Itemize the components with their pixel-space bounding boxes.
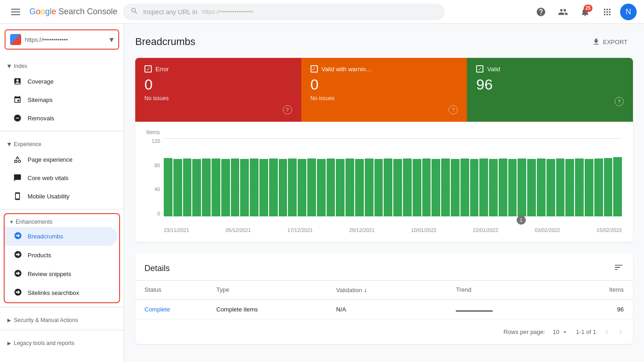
- sidebar-item-sitelinks-searchbox[interactable]: Sitelinks searchbox: [5, 283, 117, 302]
- chart-bar: [231, 158, 240, 216]
- chart-bar: [259, 159, 268, 216]
- chart-bar: [489, 159, 498, 216]
- next-page-button[interactable]: ›: [617, 325, 624, 339]
- chart-section: Items 120 80 40 0: [135, 122, 633, 242]
- pagination: Rows per page: 10 1-1 of 1 ‹ ›: [135, 320, 633, 344]
- sidebar-item-coverage[interactable]: Coverage: [0, 72, 120, 90]
- chart-bar: [613, 157, 622, 216]
- chart-bar: [451, 159, 460, 216]
- chart-bar: [594, 158, 603, 216]
- divider-1: [0, 131, 124, 131]
- products-icon: [14, 250, 22, 260]
- security-chevron-icon: ▸: [7, 316, 11, 324]
- help-button[interactable]: [532, 3, 550, 21]
- sidebar-item-page-experience[interactable]: Page experience: [0, 150, 120, 169]
- chart-bar: [183, 158, 192, 216]
- security-section: ▸ Security & Manual Actions: [0, 309, 124, 328]
- sidebar-item-page-experience-label: Page experience: [28, 156, 73, 163]
- sidebar-item-breadcrumbs[interactable]: Breadcrumbs: [5, 227, 117, 246]
- notification-badge: 25: [584, 5, 592, 12]
- export-button[interactable]: EXPORT: [586, 35, 633, 49]
- legacy-chevron-icon: ▸: [7, 339, 11, 347]
- chart-bar: [470, 159, 479, 216]
- filter-icon[interactable]: [614, 262, 624, 275]
- chart-bar: [288, 158, 297, 216]
- chart-marker-label: 1: [517, 215, 526, 225]
- search-placeholder-text: Inspect any URL in: [143, 8, 197, 16]
- trend-line-indicator: [456, 311, 493, 311]
- y-label-80: 80: [146, 163, 160, 168]
- warning-help-icon[interactable]: ?: [448, 105, 458, 114]
- chart-bar: [518, 158, 526, 216]
- y-label-40: 40: [146, 187, 160, 192]
- legacy-section-header[interactable]: ▸ Legacy tools and reports: [0, 334, 124, 349]
- chart-bar: [527, 159, 536, 216]
- chart-bar: [431, 159, 440, 216]
- index-section-header[interactable]: ▾ Index: [0, 57, 124, 72]
- sidebar-item-mobile-usability[interactable]: Mobile Usability: [0, 187, 120, 205]
- rows-per-page-selector[interactable]: 10: [552, 328, 568, 336]
- chart-bar: [422, 158, 431, 216]
- sidebar-item-mobile-usability-label: Mobile Usability: [28, 193, 69, 200]
- menu-icon[interactable]: [7, 5, 24, 19]
- valid-check-icon: [476, 65, 483, 73]
- sidebar-item-sitelinks-searchbox-label: Sitelinks searchbox: [28, 289, 79, 296]
- table-row: Complete Complete items N/A 96: [135, 300, 633, 320]
- app-logo[interactable]: Google Search Console: [29, 7, 117, 17]
- notifications-button[interactable]: 25: [576, 3, 594, 21]
- security-section-header[interactable]: ▸ Security & Manual Actions: [0, 311, 124, 326]
- search-bar[interactable]: Inspect any URL in https://•••••••••••••…: [123, 4, 445, 20]
- main-layout: https://•••••••••••• ▾ ▾ Index Coverage …: [0, 24, 644, 362]
- error-help-icon[interactable]: ?: [283, 105, 292, 114]
- rows-per-page-label: Rows per page:: [503, 328, 545, 335]
- col-header-items: Items: [576, 286, 624, 294]
- property-selector[interactable]: https://•••••••••••• ▾: [5, 29, 119, 50]
- valid-help-icon[interactable]: ?: [615, 97, 624, 106]
- enhancements-chevron-icon: ▾: [10, 219, 13, 225]
- sitelinks-searchbox-icon: [14, 288, 22, 298]
- sidebar: https://•••••••••••• ▾ ▾ Index Coverage …: [0, 24, 124, 362]
- sidebar-item-products[interactable]: Products: [5, 246, 117, 265]
- enhancements-section-header[interactable]: ▾ Enhancements: [5, 214, 119, 227]
- status-link[interactable]: Complete: [144, 306, 170, 313]
- col-header-type: Type: [216, 286, 336, 294]
- sidebar-item-review-snippets[interactable]: Review snippets: [5, 265, 117, 283]
- chart-bar: [403, 158, 412, 216]
- accounts-button[interactable]: [554, 3, 572, 21]
- mobile-usability-icon: [13, 192, 22, 201]
- warning-check-icon: [310, 65, 318, 73]
- status-card-error[interactable]: Error 0 No issues ?: [135, 58, 301, 122]
- row-items: 96: [576, 306, 624, 313]
- chart-bar: [355, 159, 364, 216]
- status-card-warning[interactable]: Valid with warnin… 0 No issues ?: [301, 58, 467, 122]
- sidebar-item-sitemaps[interactable]: Sitemaps: [0, 90, 120, 109]
- chart-bar: [202, 158, 211, 216]
- x-label-7: 15/02/2022: [597, 227, 622, 233]
- chart-bar: [413, 159, 421, 216]
- experience-section-header[interactable]: ▾ Experience: [0, 135, 124, 150]
- chart-bar: [221, 159, 230, 216]
- apps-button[interactable]: [598, 3, 616, 21]
- row-trend: [456, 306, 576, 313]
- status-card-valid[interactable]: Valid 96 ?: [467, 58, 633, 122]
- col-header-status: Status: [144, 286, 216, 294]
- user-avatar[interactable]: N: [620, 4, 637, 20]
- chart-bar: [250, 158, 259, 216]
- sort-arrow-icon[interactable]: ↓: [364, 286, 367, 294]
- status-card-warning-header: Valid with warnin…: [310, 65, 458, 73]
- x-label-4: 10/01/2022: [411, 227, 437, 233]
- col-header-validation[interactable]: Validation ↓: [336, 286, 456, 294]
- sidebar-item-core-web-vitals[interactable]: Core web vitals: [0, 169, 120, 187]
- prev-page-button[interactable]: ‹: [604, 325, 610, 339]
- warning-label: Valid with warnin…: [322, 66, 372, 73]
- property-chevron-icon: ▾: [109, 34, 114, 45]
- chart-bar: [327, 158, 335, 216]
- y-axis-labels: 120 80 40 0: [146, 138, 160, 216]
- sidebar-item-removals[interactable]: Removals: [0, 109, 120, 127]
- x-axis-labels: 23/11/2021 05/12/2021 17/12/2021 29/12/2…: [164, 227, 622, 233]
- chart-bar: [212, 158, 220, 216]
- experience-label: Experience: [14, 141, 41, 147]
- sidebar-item-sitemaps-label: Sitemaps: [28, 96, 52, 103]
- search-icon: [130, 7, 138, 17]
- experience-chevron-icon: ▾: [7, 140, 11, 148]
